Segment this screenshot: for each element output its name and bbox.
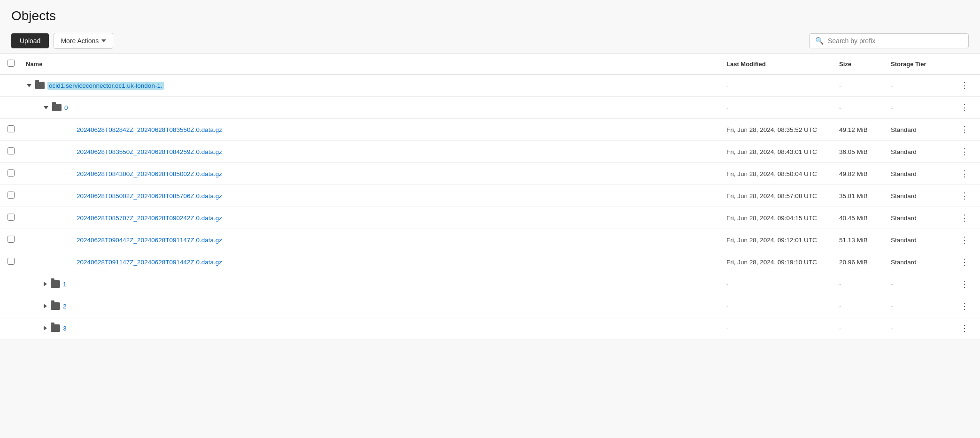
chevron-down-icon [44, 106, 48, 109]
collapse-folder-button[interactable] [43, 105, 49, 110]
row-select-checkbox[interactable] [8, 125, 15, 132]
upload-button[interactable]: Upload [11, 33, 49, 48]
row-size: 20.96 MiB [832, 251, 883, 273]
row-storage-tier: Standard [883, 207, 949, 229]
dash-value: - [891, 104, 893, 111]
folder-icon [51, 302, 60, 310]
row-last-modified: - [719, 295, 832, 317]
row-actions-button[interactable]: ⋮ [957, 123, 972, 136]
dash-value: - [839, 303, 841, 310]
table-row: 20240628T082842Z_20240628T083550Z.0.data… [0, 119, 980, 141]
expand-folder-button[interactable] [43, 325, 48, 331]
row-size: - [832, 295, 883, 317]
chevron-right-icon [44, 326, 47, 330]
dash-value: - [891, 303, 893, 310]
row-checkbox-cell [0, 163, 18, 185]
row-storage-tier: Standard [883, 163, 949, 185]
row-last-modified: Fri, Jun 28, 2024, 08:43:01 UTC [719, 141, 832, 163]
folder-name-link[interactable]: 1 [63, 281, 67, 288]
row-select-checkbox[interactable] [8, 192, 15, 199]
search-input[interactable] [828, 37, 963, 45]
row-actions-cell: ⋮ [949, 119, 980, 141]
table-header-row: Name Last Modified Size Storage Tier [0, 54, 980, 74]
dash-value: - [726, 303, 729, 310]
folder-icon [51, 324, 60, 332]
row-name-cell: 0 [18, 97, 719, 119]
expand-folder-button[interactable] [43, 303, 48, 309]
collapse-folder-button[interactable] [26, 83, 32, 88]
row-actions-button[interactable]: ⋮ [957, 146, 972, 158]
row-last-modified: - [719, 97, 832, 119]
expand-folder-button[interactable] [43, 281, 48, 287]
row-size: - [832, 317, 883, 339]
row-actions-cell: ⋮ [949, 141, 980, 163]
row-actions-button[interactable]: ⋮ [957, 300, 972, 312]
row-name-cell: ocid1.serviceconnector.oc1.uk-london-1. [18, 74, 719, 97]
row-name-cell: 2 [18, 295, 719, 317]
table-row: 20240628T085002Z_20240628T085706Z.0.data… [0, 185, 980, 207]
file-name-link[interactable]: 20240628T085002Z_20240628T085706Z.0.data… [77, 192, 222, 200]
row-last-modified: Fri, Jun 28, 2024, 09:12:01 UTC [719, 229, 832, 251]
row-actions-button[interactable]: ⋮ [957, 190, 972, 202]
file-name-link[interactable]: 20240628T085707Z_20240628T090242Z.0.data… [77, 215, 222, 222]
row-actions-cell: ⋮ [949, 74, 980, 97]
objects-table: Name Last Modified Size Storage Tier oci… [0, 54, 980, 339]
row-storage-tier: Standard [883, 185, 949, 207]
row-storage-tier: - [883, 74, 949, 97]
folder-name-link[interactable]: 2 [63, 303, 67, 310]
folder-icon [52, 104, 62, 111]
row-actions-cell: ⋮ [949, 207, 980, 229]
file-name-link[interactable]: 20240628T084300Z_20240628T085002Z.0.data… [77, 170, 222, 177]
row-storage-tier: - [883, 317, 949, 339]
row-select-checkbox[interactable] [8, 169, 15, 177]
row-select-checkbox[interactable] [8, 236, 15, 243]
select-all-checkbox[interactable] [8, 60, 15, 67]
folder-name-link[interactable]: 3 [63, 325, 67, 332]
row-actions-button[interactable]: ⋮ [957, 168, 972, 180]
table-row: 20240628T091147Z_20240628T091442Z.0.data… [0, 251, 980, 273]
file-name-link[interactable]: 20240628T083550Z_20240628T084259Z.0.data… [77, 148, 222, 155]
row-name-cell: 20240628T090442Z_20240628T091147Z.0.data… [18, 229, 719, 251]
dash-value: - [726, 281, 729, 288]
row-actions-button[interactable]: ⋮ [957, 278, 972, 290]
row-actions-button[interactable]: ⋮ [957, 322, 972, 334]
row-actions-button[interactable]: ⋮ [957, 79, 972, 92]
folder-name-link[interactable]: 0 [64, 104, 68, 111]
row-checkbox-cell [0, 295, 18, 317]
file-name-link[interactable]: 20240628T091147Z_20240628T091442Z.0.data… [77, 259, 222, 266]
row-actions-button[interactable]: ⋮ [957, 101, 972, 114]
file-name-link[interactable]: 20240628T090442Z_20240628T091147Z.0.data… [77, 237, 222, 244]
row-actions-button[interactable]: ⋮ [957, 234, 972, 246]
row-actions-button[interactable]: ⋮ [957, 212, 972, 224]
row-last-modified: Fri, Jun 28, 2024, 08:50:04 UTC [719, 163, 832, 185]
row-select-checkbox[interactable] [8, 258, 15, 265]
row-checkbox-cell [0, 317, 18, 339]
row-name-cell: 1 [18, 273, 719, 295]
row-last-modified: Fri, Jun 28, 2024, 08:57:08 UTC [719, 185, 832, 207]
row-name-cell: 20240628T085002Z_20240628T085706Z.0.data… [18, 185, 719, 207]
row-checkbox-cell [0, 251, 18, 273]
row-select-checkbox[interactable] [8, 147, 15, 154]
folder-name-link[interactable]: ocid1.serviceconnector.oc1.uk-london-1. [47, 82, 164, 89]
folder-icon [35, 82, 45, 89]
row-actions-button[interactable]: ⋮ [957, 256, 972, 268]
row-size: - [832, 97, 883, 119]
row-name-cell: 20240628T091147Z_20240628T091442Z.0.data… [18, 251, 719, 273]
row-name-cell: 20240628T083550Z_20240628T084259Z.0.data… [18, 141, 719, 163]
row-checkbox-cell [0, 141, 18, 163]
search-icon: 🔍 [815, 37, 824, 45]
more-actions-button[interactable]: More Actions [54, 33, 113, 49]
row-storage-tier: Standard [883, 141, 949, 163]
dash-value: - [726, 325, 729, 332]
row-storage-tier: Standard [883, 119, 949, 141]
row-select-checkbox[interactable] [8, 214, 15, 221]
table-body: ocid1.serviceconnector.oc1.uk-london-1.-… [0, 74, 980, 339]
folder-icon [51, 280, 60, 288]
column-header-last-modified: Last Modified [719, 54, 832, 74]
select-all-header [0, 54, 18, 74]
dash-value: - [891, 82, 893, 89]
toolbar: Upload More Actions 🔍 [0, 28, 980, 54]
file-name-link[interactable]: 20240628T082842Z_20240628T083550Z.0.data… [77, 126, 222, 133]
table-row: 2---⋮ [0, 295, 980, 317]
row-storage-tier: - [883, 97, 949, 119]
